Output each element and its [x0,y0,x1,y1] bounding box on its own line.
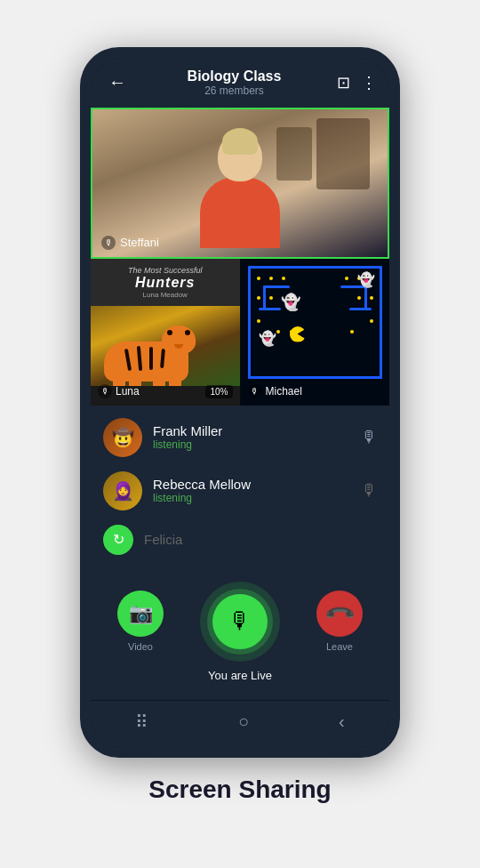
phone-frame: ← Biology Class 26 members ⊡ ⋮ [80,47,400,758]
live-status: You are Live [108,669,372,682]
mic-status-rebecca: 🎙 [361,481,377,500]
video-button[interactable]: 📷 [117,591,164,637]
video-row: The Most Successful Hunters Luna Meadow [91,259,389,406]
nav-menu-icon[interactable]: ⠿ [135,711,148,733]
chat-title: Biology Class [140,68,328,84]
left-video-label: 🎙 Luna [98,384,140,398]
leave-label: Leave [326,641,353,652]
mic-ring-inner: 🎙 [207,589,273,655]
video-label: Video [128,641,153,652]
volume-percentage: 10% [205,385,232,398]
book-top: The Most Successful Hunters Luna Meadow [91,259,240,306]
main-participant-name: Steffani [120,236,159,249]
book-title: Hunters [98,275,233,291]
header-center: Biology Class 26 members [140,68,328,97]
leave-button[interactable]: 📞 [307,581,372,647]
nav-back-icon[interactable]: ‹ [339,711,345,733]
participant-item-rebecca: 🧕 Rebecca Mellow listening 🎙 [91,464,389,518]
participant-info-rebecca: Rebecca Mellow listening [153,477,350,504]
person-body [200,177,280,248]
book-subtitle: The Most Successful [98,266,233,275]
participant-status-frank: listening [153,438,350,451]
mic-ring-outer: 🎙 [200,582,280,662]
phone-screen: ← Biology Class 26 members ⊡ ⋮ [91,58,389,747]
avatar-frank: 🤠 [103,418,142,457]
avatar-rebecca: 🧕 [103,471,142,510]
header-icons: ⊡ ⋮ [337,73,377,92]
left-participant-name: Luna [116,385,140,398]
mic-icon: 🎙 [101,236,116,250]
main-video-cell: 🎙 Steffani [91,108,389,259]
participant-item-felicia: ↻ Felicia [91,518,389,562]
left-mic-icon: 🎙 [98,384,112,398]
back-button[interactable]: ← [103,70,132,94]
app-header: ← Biology Class 26 members ⊡ ⋮ [91,58,389,108]
participant-status-rebecca: listening [153,492,350,504]
video-control: 📷 Video [117,591,164,652]
right-video-label: 🎙 Michael [248,384,302,398]
participant-name-rebecca: Rebecca Mellow [153,477,350,492]
person-hair [222,128,258,155]
participant-info-felicia: Felicia [144,532,377,547]
page-title: Screen Sharing [148,776,331,804]
participant-info-frank: Frank Miller listening [153,423,350,451]
mic-big-wrapper: 🎙 [200,582,280,662]
controls-row: 📷 Video 🎙 📞 Leave [108,582,372,662]
member-count: 26 members [140,84,328,97]
video-cell-left: The Most Successful Hunters Luna Meadow [91,259,241,406]
book-author: Luna Meadow [98,291,233,299]
participant-name-frank: Frank Miller [153,423,350,438]
video-cell-right: 👻 👻 👻 🎙 Michael [241,259,390,406]
mic-big-button[interactable]: 🎙 [212,594,268,649]
participant-item-frank: 🤠 Frank Miller listening 🎙 [91,411,389,464]
nav-home-icon[interactable]: ○ [238,711,249,733]
reload-icon[interactable]: ↻ [103,525,133,555]
book-image [91,306,240,386]
right-participant-name: Michael [266,385,302,398]
main-video-label: 🎙 Steffani [101,236,159,250]
right-mic-icon: 🎙 [248,384,262,398]
leave-control: 📞 Leave [316,591,363,652]
screen-share-icon[interactable]: ⊡ [337,73,350,92]
page-wrapper: ← Biology Class 26 members ⊡ ⋮ [0,47,480,822]
participant-list: 🤠 Frank Miller listening 🎙 🧕 Rebecca Mel… [91,406,389,567]
mic-status-frank: 🎙 [361,428,377,446]
nav-bar: ⠿ ○ ‹ [91,700,389,747]
participant-name-felicia: Felicia [144,532,377,547]
person-head [218,133,262,181]
more-options-icon[interactable]: ⋮ [361,73,377,92]
controls-area: 📷 Video 🎙 📞 Leave [91,567,389,700]
